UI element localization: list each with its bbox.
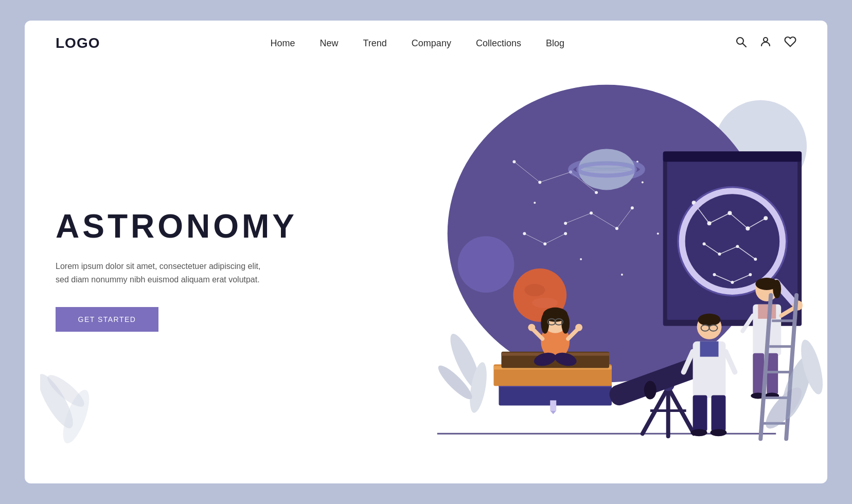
card: LOGO Home New Trend Company Collections … [25,21,827,483]
svg-point-26 [564,222,567,225]
nav-item-collections[interactable]: Collections [476,38,521,49]
svg-point-25 [595,191,598,194]
outer-frame: LOGO Home New Trend Company Collections … [0,0,852,504]
svg-marker-88 [550,410,556,414]
svg-point-23 [538,181,541,184]
svg-point-120 [698,314,721,326]
svg-point-78 [736,245,739,248]
svg-rect-60 [663,152,802,162]
svg-point-72 [707,221,712,225]
svg-point-55 [524,284,545,296]
svg-point-79 [754,258,757,261]
svg-point-30 [523,232,526,235]
astronomy-illustration [386,66,827,483]
svg-point-82 [749,273,752,276]
hero-description: Lorem ipsum dolor sit amet, consectetuer… [56,260,272,286]
svg-point-127 [711,429,727,436]
svg-point-116 [575,324,582,331]
left-content: ASTRONOMY Lorem ipsum dolor sit amet, co… [25,66,386,483]
svg-point-77 [718,253,721,256]
svg-rect-131 [758,304,776,319]
svg-point-45 [621,274,623,276]
svg-rect-125 [712,395,726,431]
svg-point-29 [631,206,634,209]
navigation: Home New Trend Company Collections Blog [270,38,564,49]
right-illustration [386,66,827,483]
main-content: ASTRONOMY Lorem ipsum dolor sit amet, co… [25,66,827,483]
svg-point-43 [580,258,582,260]
svg-rect-136 [767,353,778,394]
search-icon[interactable] [735,35,747,51]
svg-point-81 [731,281,734,284]
svg-point-134 [773,280,781,298]
nav-item-new[interactable]: New [319,38,338,49]
hero-title: ASTRONOMY [56,207,355,245]
svg-line-1 [743,44,747,47]
header: LOGO Home New Trend Company Collections … [25,21,827,66]
heart-icon[interactable] [784,35,796,51]
svg-point-56 [532,298,558,308]
left-leaf-decoration [40,350,102,453]
svg-rect-87 [550,400,556,410]
svg-point-40 [534,202,536,204]
nav-item-trend[interactable]: Trend [363,38,387,49]
svg-point-41 [642,181,644,183]
svg-point-8 [458,236,514,293]
svg-point-32 [564,232,567,235]
svg-point-80 [713,273,716,276]
nav-item-home[interactable]: Home [270,38,295,49]
svg-point-22 [512,160,516,164]
svg-point-75 [764,216,768,220]
svg-point-27 [590,211,593,214]
svg-line-129 [725,352,735,372]
svg-point-2 [764,38,768,42]
get-started-button[interactable]: GET STARTED [56,307,158,332]
svg-point-100 [644,381,656,400]
header-icons [735,35,796,51]
nav-item-blog[interactable]: Blog [546,38,564,49]
svg-point-126 [691,429,707,436]
svg-point-42 [657,232,659,235]
svg-rect-124 [693,395,707,431]
svg-point-73 [727,211,732,215]
svg-point-28 [615,227,618,230]
logo: LOGO [56,35,100,51]
svg-point-31 [543,242,546,245]
user-icon[interactable] [759,35,772,51]
svg-point-74 [745,226,750,230]
svg-rect-118 [700,341,719,357]
svg-point-115 [528,324,535,331]
nav-item-company[interactable]: Company [412,38,451,49]
svg-point-76 [703,242,706,245]
